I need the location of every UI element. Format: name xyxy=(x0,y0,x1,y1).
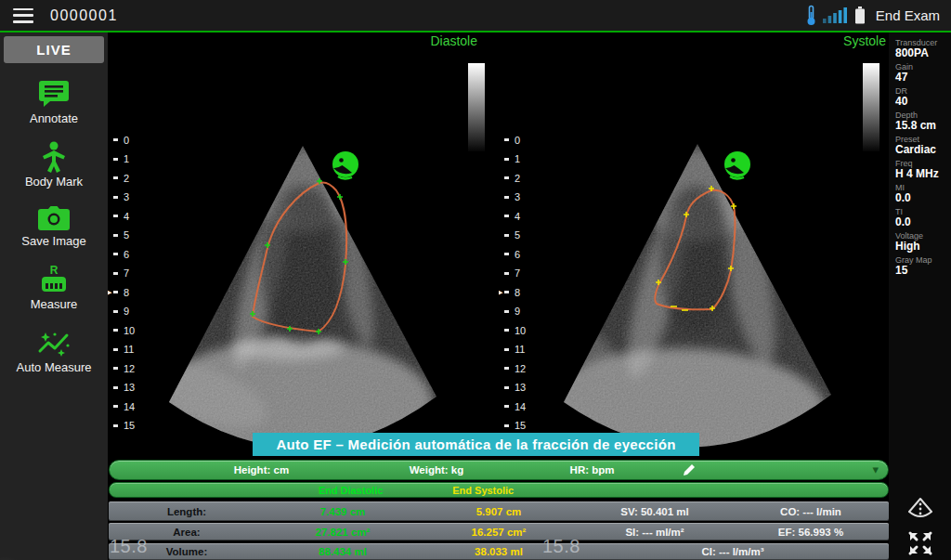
param-preset: PresetCardiac xyxy=(895,135,951,156)
signal-bars-icon xyxy=(823,7,848,23)
depth-tick: 11 xyxy=(113,344,134,356)
caliper-icon: R xyxy=(37,264,71,295)
depth-ruler-right: 01234567▶89101112131415 xyxy=(504,134,541,440)
depth-tick: ▶8 xyxy=(504,286,520,298)
hamburger-menu-icon[interactable] xyxy=(13,8,33,23)
probe-orientation-marker xyxy=(724,151,750,179)
param-transducer: Transducer800PA xyxy=(895,38,951,59)
depth-tick: 14 xyxy=(113,400,135,412)
phase-label-diastole: Diastole xyxy=(430,33,477,48)
depth-tick: 7 xyxy=(113,267,129,280)
depth-tick: 15 xyxy=(504,420,526,432)
tool-label: Body Mark xyxy=(25,175,83,189)
auto-measure-icon xyxy=(36,327,72,358)
depth-tick: 5 xyxy=(113,229,129,241)
camera-icon xyxy=(37,204,71,232)
depth-tick: 0 xyxy=(113,134,129,146)
panel-icons xyxy=(889,497,951,558)
param-mi: MI0.0 xyxy=(895,183,951,204)
param-ti: TI0.0 xyxy=(895,207,951,228)
depth-tick: 6 xyxy=(504,248,520,260)
tool-sidebar: LIVE Annotate Body Mark xyxy=(0,33,108,560)
annotate-icon xyxy=(37,78,71,110)
depth-tick: 15 xyxy=(113,420,135,432)
body-mark-tool[interactable]: Body Mark xyxy=(25,141,83,189)
live-button[interactable]: LIVE xyxy=(4,36,104,63)
fullscreen-icon[interactable] xyxy=(905,528,935,558)
patient-id: 0000001 xyxy=(50,7,118,24)
tool-label: Annotate xyxy=(30,111,78,125)
param-depth: Depth15.8 cm xyxy=(895,111,951,132)
depth-tick: 5 xyxy=(504,229,520,241)
depth-tick: 9 xyxy=(504,306,520,318)
depth-tick: 13 xyxy=(113,382,135,394)
ef-value: EF: 56.993 % xyxy=(733,527,889,538)
body-mark-icon xyxy=(39,141,69,173)
depth-tick: 3 xyxy=(113,191,129,203)
end-diastolic-label: End Diastolic xyxy=(319,484,384,497)
depth-tick: ▶8 xyxy=(113,286,129,298)
area-diastolic-value: 27.821 cm² xyxy=(265,527,421,538)
corner-glow xyxy=(0,556,32,560)
parameter-panel: Transducer800PAGain47DR40Depth15.8 cmPre… xyxy=(889,33,951,560)
imaging-parameters: Transducer800PAGain47DR40Depth15.8 cmPre… xyxy=(889,33,951,277)
depth-tick: 4 xyxy=(113,210,129,222)
volume-diastolic-value: 88.434 ml xyxy=(265,546,421,557)
depth-tick: 2 xyxy=(113,172,129,184)
param-voltage: VoltageHigh xyxy=(895,231,951,253)
svg-text:R: R xyxy=(50,264,59,277)
depth-tick: 14 xyxy=(504,400,526,412)
edit-pencil-icon[interactable] xyxy=(683,463,697,477)
depth-ruler-left: 01234567▶89101112131415 xyxy=(113,134,150,440)
param-gain: Gain47 xyxy=(895,62,951,84)
length-systolic-value: 5.907 cm xyxy=(421,506,577,517)
thermometer-icon xyxy=(806,5,816,26)
depth-tick: 3 xyxy=(504,191,520,203)
auto-measure-tool[interactable]: Auto Measure xyxy=(17,327,92,374)
hr-field[interactable]: HR: bpm xyxy=(570,463,615,476)
grayscale-bar xyxy=(468,63,485,151)
sector-info-icon[interactable] xyxy=(905,497,935,521)
depth-readout-right: 15.8 xyxy=(542,536,580,557)
focus-marker-icon: ▶ xyxy=(108,286,111,298)
tool-label: Measure xyxy=(31,297,78,311)
depth-tick: 4 xyxy=(504,210,520,222)
tool-label: Auto Measure xyxy=(17,360,92,374)
param-dr: DR40 xyxy=(895,86,951,108)
top-bar-status-cluster: End Exam xyxy=(806,0,940,31)
volume-row: Volume: 88.434 ml 38.033 ml CI: --- l/m/… xyxy=(109,543,889,560)
ultrasound-app-screen: 0000001 End Exam LIVE xyxy=(0,0,951,560)
ci-value: CI: --- l/m/m³ xyxy=(577,546,889,557)
patient-data-row[interactable]: Height: cm Weight: kg HR: bpm ▾ xyxy=(109,460,889,480)
focus-marker-icon: ▶ xyxy=(499,286,502,298)
auto-ef-banner: Auto EF – Medición automática de la frac… xyxy=(253,433,699,456)
depth-tick: 12 xyxy=(504,362,526,374)
depth-tick: 0 xyxy=(504,134,520,146)
end-systolic-label: End Systolic xyxy=(452,484,514,497)
save-image-tool[interactable]: Save Image xyxy=(21,204,85,248)
measurement-results: Height: cm Weight: kg HR: bpm ▾ End Dias… xyxy=(109,460,889,560)
end-exam-button[interactable]: End Exam xyxy=(876,7,940,23)
depth-tick: 6 xyxy=(113,248,129,260)
param-freq: FreqH 4 MHz xyxy=(895,159,951,180)
measure-tool[interactable]: R Measure xyxy=(31,264,78,311)
chevron-down-icon[interactable]: ▾ xyxy=(872,462,879,476)
tool-label: Save Image xyxy=(21,234,85,248)
phase-label-systole: Systole xyxy=(843,33,886,48)
depth-readout-left: 15.8 xyxy=(110,536,148,557)
depth-tick: 10 xyxy=(113,324,135,336)
grayscale-bar xyxy=(863,63,879,151)
depth-tick: 1 xyxy=(504,153,520,165)
depth-tick: 7 xyxy=(504,267,520,280)
depth-tick: 13 xyxy=(504,382,526,394)
length-label: Length: xyxy=(109,506,265,517)
depth-tick: 1 xyxy=(113,153,129,165)
tool-list: Annotate Body Mark Save Image R xyxy=(17,78,92,374)
annotate-tool[interactable]: Annotate xyxy=(30,78,78,125)
height-field[interactable]: Height: cm xyxy=(234,463,289,476)
weight-field[interactable]: Weight: kg xyxy=(410,463,464,476)
length-row: Length: 7.439 cm 5.907 cm SV: 50.401 ml … xyxy=(109,501,889,521)
si-value: SI: --- ml/m² xyxy=(577,527,733,538)
depth-tick: 9 xyxy=(113,306,129,318)
probe-orientation-marker xyxy=(332,151,358,179)
